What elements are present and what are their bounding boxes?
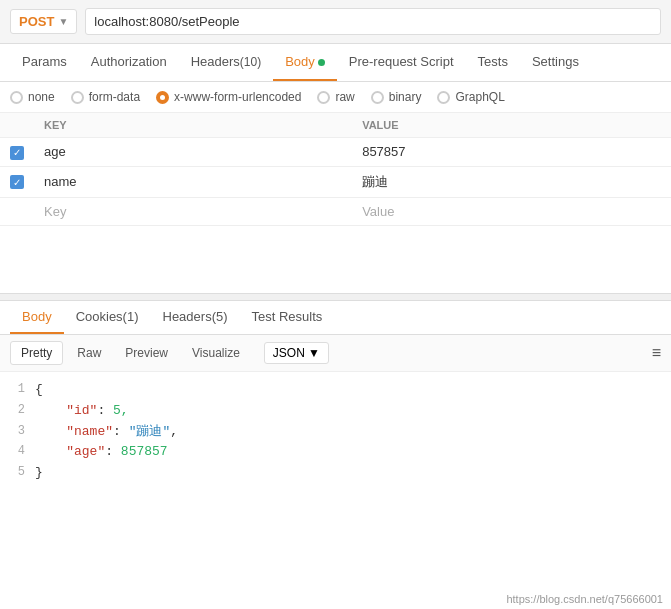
- json-brace-close: }: [35, 463, 671, 484]
- table-row: ✓ age 857857: [0, 138, 671, 167]
- key-name[interactable]: name: [34, 166, 352, 197]
- line-num-3: 3: [0, 422, 35, 441]
- radio-raw[interactable]: raw: [317, 90, 354, 104]
- wrap-icon[interactable]: ≡: [652, 344, 661, 362]
- radio-form-data-circle: [71, 91, 84, 104]
- json-line-1: 1 {: [0, 380, 671, 401]
- section-separator: [0, 293, 671, 301]
- tab-headers[interactable]: Headers(10): [179, 44, 273, 81]
- value-age[interactable]: 857857: [352, 138, 671, 167]
- radio-urlencoded-circle: [156, 91, 169, 104]
- response-tab-test-results[interactable]: Test Results: [240, 301, 335, 334]
- tab-body[interactable]: Body: [273, 44, 337, 81]
- body-dot: [318, 59, 325, 66]
- checkbox-name[interactable]: ✓: [0, 166, 34, 197]
- json-line-3: 3 "name": "蹦迪",: [0, 422, 671, 443]
- radio-none[interactable]: none: [10, 90, 55, 104]
- tab-authorization[interactable]: Authorization: [79, 44, 179, 81]
- response-tab-headers[interactable]: Headers(5): [151, 301, 240, 334]
- table-row-empty: Key Value: [0, 197, 671, 225]
- key-age[interactable]: age: [34, 138, 352, 167]
- watermark: https://blog.csdn.net/q75666001: [506, 593, 663, 605]
- checkbox-empty[interactable]: [0, 197, 34, 225]
- check-icon: ✓: [10, 175, 24, 189]
- radio-urlencoded[interactable]: x-www-form-urlencoded: [156, 90, 301, 104]
- value-placeholder[interactable]: Value: [352, 197, 671, 225]
- response-tab-nav: Body Cookies(1) Headers(5) Test Results: [0, 301, 671, 335]
- radio-none-circle: [10, 91, 23, 104]
- response-tab-cookies[interactable]: Cookies(1): [64, 301, 151, 334]
- response-tab-body[interactable]: Body: [10, 301, 64, 334]
- json-age-line: "age": 857857: [35, 442, 671, 463]
- tab-settings[interactable]: Settings: [520, 44, 591, 81]
- resp-headers-badge: (5): [212, 309, 228, 324]
- body-type-row: none form-data x-www-form-urlencoded raw…: [0, 82, 671, 113]
- json-line-2: 2 "id": 5,: [0, 401, 671, 422]
- format-label: JSON: [273, 346, 305, 360]
- radio-graphql-circle: [437, 91, 450, 104]
- view-tab-visualize[interactable]: Visualize: [182, 342, 250, 364]
- tab-params[interactable]: Params: [10, 44, 79, 81]
- table-row: ✓ name 蹦迪: [0, 166, 671, 197]
- check-icon: ✓: [10, 146, 24, 160]
- checkbox-age[interactable]: ✓: [0, 138, 34, 167]
- request-tab-nav: Params Authorization Headers(10) Body Pr…: [0, 44, 671, 82]
- view-tab-pretty[interactable]: Pretty: [10, 341, 63, 365]
- view-tabs: Pretty Raw Preview Visualize JSON ▼ ≡: [0, 335, 671, 372]
- url-input[interactable]: [85, 8, 661, 35]
- line-num-2: 2: [0, 401, 35, 420]
- line-num-5: 5: [0, 463, 35, 482]
- th-checkbox: [0, 113, 34, 138]
- json-line-4: 4 "age": 857857: [0, 442, 671, 463]
- json-brace-open: {: [35, 380, 671, 401]
- th-value: VALUE: [352, 113, 671, 138]
- json-output: 1 { 2 "id": 5, 3 "name": "蹦迪", 4 "age": …: [0, 372, 671, 492]
- th-key: KEY: [34, 113, 352, 138]
- value-name[interactable]: 蹦迪: [352, 166, 671, 197]
- method-chevron: ▼: [58, 16, 68, 27]
- radio-raw-circle: [317, 91, 330, 104]
- radio-form-data[interactable]: form-data: [71, 90, 140, 104]
- cookies-badge: (1): [123, 309, 139, 324]
- radio-binary[interactable]: binary: [371, 90, 422, 104]
- view-tab-raw[interactable]: Raw: [67, 342, 111, 364]
- json-name-line: "name": "蹦迪",: [35, 422, 671, 443]
- line-num-4: 4: [0, 442, 35, 461]
- format-chevron: ▼: [308, 346, 320, 360]
- view-tab-preview[interactable]: Preview: [115, 342, 178, 364]
- tab-tests[interactable]: Tests: [466, 44, 520, 81]
- kv-table: KEY VALUE ✓ age 857857 ✓ name 蹦迪 Ke: [0, 113, 671, 226]
- method-selector[interactable]: POST ▼: [10, 9, 77, 34]
- headers-badge: (10): [240, 55, 261, 69]
- key-placeholder[interactable]: Key: [34, 197, 352, 225]
- line-num-1: 1: [0, 380, 35, 399]
- request-body-area: KEY VALUE ✓ age 857857 ✓ name 蹦迪 Ke: [0, 113, 671, 293]
- json-line-5: 5 }: [0, 463, 671, 484]
- json-id-line: "id": 5,: [35, 401, 671, 422]
- format-selector[interactable]: JSON ▼: [264, 342, 329, 364]
- url-bar: POST ▼: [0, 0, 671, 44]
- tab-prerequest[interactable]: Pre-request Script: [337, 44, 466, 81]
- radio-binary-circle: [371, 91, 384, 104]
- radio-graphql[interactable]: GraphQL: [437, 90, 504, 104]
- method-label: POST: [19, 14, 54, 29]
